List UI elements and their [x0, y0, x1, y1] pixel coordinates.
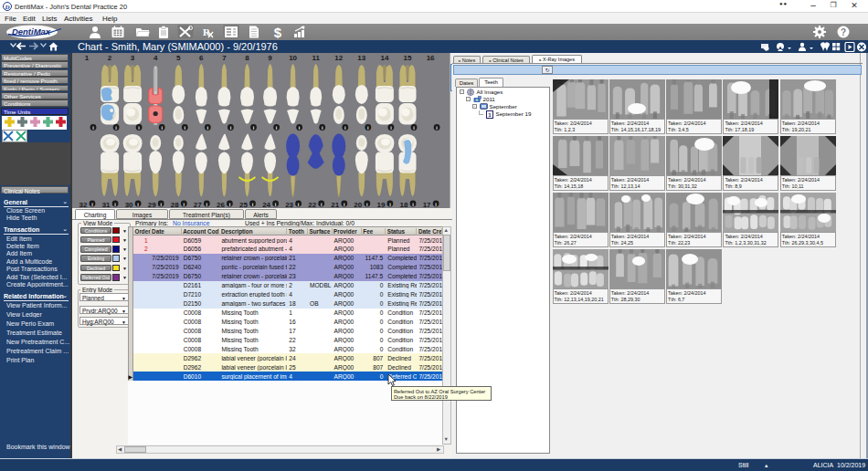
svg-text:23: 23 — [285, 201, 293, 208]
svg-text:12: 12 — [334, 54, 343, 62]
svg-text:26: 26 — [217, 201, 225, 208]
svg-text:22: 22 — [308, 201, 316, 208]
svg-text:4: 4 — [153, 54, 158, 62]
svg-text:11: 11 — [312, 54, 320, 62]
svg-text:20: 20 — [354, 201, 362, 208]
svg-text:2: 2 — [108, 54, 112, 62]
svg-text:$: $ — [274, 25, 282, 39]
svg-text:D: D — [4, 4, 9, 11]
svg-text:19: 19 — [376, 201, 385, 208]
svg-text:31: 31 — [102, 201, 111, 208]
svg-text:?: ? — [841, 27, 846, 37]
svg-text:13: 13 — [357, 54, 365, 62]
svg-text:28: 28 — [171, 201, 179, 208]
svg-text:27: 27 — [194, 201, 202, 208]
svg-text:8: 8 — [245, 54, 249, 62]
svg-text:16: 16 — [427, 54, 435, 62]
svg-text:7: 7 — [222, 54, 227, 62]
svg-text:29: 29 — [148, 201, 156, 208]
svg-text:24: 24 — [262, 201, 270, 208]
svg-text:14: 14 — [380, 54, 388, 62]
svg-text:18: 18 — [400, 201, 408, 208]
svg-text:1: 1 — [85, 54, 90, 62]
svg-text:3: 3 — [131, 54, 135, 62]
svg-text:15: 15 — [404, 54, 412, 62]
svg-text:▲: ▲ — [778, 45, 783, 50]
svg-text:25: 25 — [239, 201, 248, 208]
svg-text:5: 5 — [176, 54, 181, 62]
svg-text:17: 17 — [423, 201, 431, 208]
svg-text:32: 32 — [79, 201, 88, 208]
svg-text:DentiMax: DentiMax — [12, 26, 51, 37]
svg-text:21: 21 — [331, 201, 339, 208]
svg-text:9: 9 — [268, 54, 272, 62]
svg-text:6: 6 — [199, 54, 204, 62]
svg-text:30: 30 — [125, 201, 133, 208]
svg-text:10: 10 — [289, 54, 297, 62]
